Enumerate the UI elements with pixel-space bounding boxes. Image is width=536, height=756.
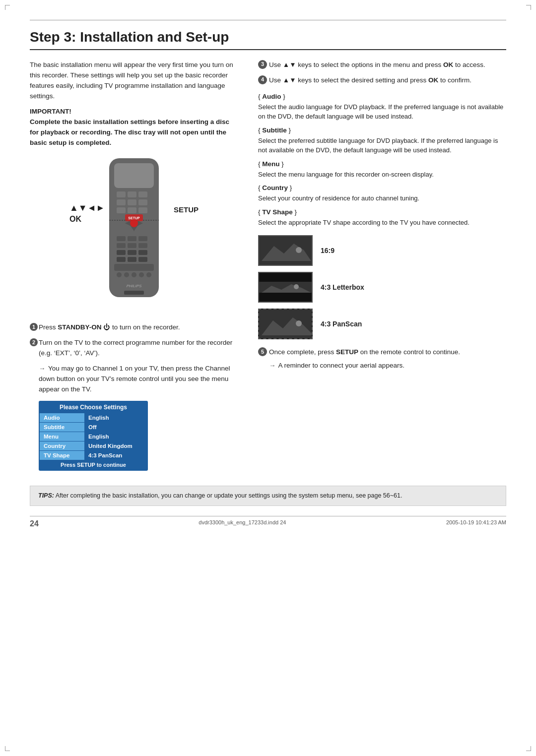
step-3-num: 3 (258, 60, 267, 69)
settings-box: Please Choose Settings Audio English Sub… (39, 401, 148, 471)
tv-shapes: 16:9 4: (258, 235, 506, 339)
svg-text:PHILIPS: PHILIPS (127, 284, 142, 288)
section-heading-menu: { Menu } (258, 160, 506, 168)
corner-bl (5, 746, 10, 751)
top-border (30, 20, 506, 20)
settings-key-country: Country (40, 441, 84, 450)
svg-rect-2 (117, 191, 126, 197)
settings-val-tvshape: 4:3 PanScan (84, 451, 147, 460)
footer-left: dvdr3300h_uk_eng_17233d.indd 24 (199, 519, 286, 528)
content-columns: The basic installation menu will appear … (30, 60, 506, 471)
tv-label-letterbox: 4:3 Letterbox (321, 283, 364, 291)
svg-rect-26 (128, 250, 136, 255)
section-text-menu: Select the menu language for this record… (258, 170, 506, 180)
svg-rect-9 (128, 207, 136, 213)
svg-rect-21 (138, 236, 147, 241)
section-text-subtitle: Select the preferred subtitle language f… (258, 136, 506, 155)
svg-rect-24 (138, 243, 147, 248)
settings-key-tvshape: TV Shape (40, 451, 84, 460)
corner-tl (5, 5, 10, 10)
settings-row-subtitle: Subtitle Off (40, 422, 147, 432)
svg-rect-3 (128, 191, 136, 197)
tv-thumb-panscan (258, 309, 313, 339)
svg-rect-22 (117, 243, 126, 248)
settings-key-audio: Audio (40, 413, 84, 422)
svg-rect-1 (114, 163, 154, 188)
left-column: The basic installation menu will appear … (30, 60, 238, 471)
settings-row-tvshape: TV Shape 4:3 PanScan (40, 450, 147, 460)
svg-rect-19 (117, 236, 126, 241)
intro-text: The basic installation menu will appear … (30, 60, 238, 102)
svg-rect-27 (138, 250, 147, 255)
right-column: 3 Use ▲▼ keys to select the options in t… (258, 60, 506, 471)
step-1: 1 Press STANDBY-ON ⏻ to turn on the reco… (30, 322, 238, 333)
step-3: 3 Use ▲▼ keys to select the options in t… (258, 60, 506, 70)
tv-label-panscan: 4:3 PanScan (321, 320, 362, 328)
section-text-country: Select your country of residence for aut… (258, 193, 506, 203)
setup-label: SETUP (174, 205, 199, 214)
section-heading-tvshape: { TV Shape } (258, 208, 506, 216)
settings-val-country: United Kingdom (84, 441, 147, 450)
section-text-tvshape: Select the appropriate TV shape accordin… (258, 218, 506, 228)
corner-tr (526, 5, 531, 10)
svg-rect-41 (259, 236, 313, 266)
settings-val-menu: English (84, 432, 147, 441)
svg-rect-28 (117, 257, 126, 262)
step-4-num: 4 (258, 75, 267, 84)
step-5-arrow: → A reminder to connect your aerial appe… (258, 361, 506, 371)
tips-text: After completing the basic installation,… (56, 492, 402, 499)
svg-rect-38 (124, 291, 144, 295)
section-text-audio: Select the audio language for DVD playba… (258, 102, 506, 122)
svg-rect-25 (117, 250, 126, 255)
tips-box: TIPS: After completing the basic install… (30, 486, 506, 506)
settings-val-subtitle: Off (84, 423, 147, 432)
svg-point-35 (139, 272, 144, 277)
section-heading-country: { Country } (258, 184, 506, 191)
step-2-arrow: → You may go to Channel 1 on your TV, th… (30, 364, 238, 395)
svg-rect-4 (138, 191, 147, 197)
tv-shape-panscan: 4:3 PanScan (258, 309, 506, 339)
svg-rect-20 (128, 236, 136, 241)
important-text: Complete the basic installation settings… (30, 117, 238, 148)
step-4: 4 Use ▲▼ keys to select the desired sett… (258, 75, 506, 86)
svg-point-46 (294, 284, 299, 289)
step-1-num: 1 (30, 323, 38, 331)
settings-footer: Press SETUP to continue (40, 460, 147, 470)
tips-label: TIPS: (38, 492, 54, 499)
section-heading-subtitle: { Subtitle } (258, 126, 506, 134)
settings-key-menu: Menu (40, 432, 84, 441)
svg-rect-29 (128, 257, 136, 262)
step-5: 5 Once complete, press SETUP on the remo… (258, 347, 506, 358)
settings-row-audio: Audio English (40, 413, 147, 422)
page-footer: 24 dvdr3300h_uk_eng_17233d.indd 24 2005-… (30, 516, 506, 528)
svg-rect-8 (117, 207, 126, 213)
tv-thumb-169 (258, 235, 313, 266)
footer-right: 2005-10-19 10:41:23 AM (446, 519, 506, 528)
step-5-num: 5 (258, 347, 267, 356)
svg-rect-31 (114, 264, 154, 271)
svg-point-49 (296, 320, 302, 326)
svg-rect-6 (128, 199, 136, 205)
svg-rect-30 (138, 257, 147, 262)
page-container: Step 3: Installation and Set-up The basi… (0, 0, 536, 756)
svg-rect-10 (138, 207, 147, 213)
corner-br (526, 746, 531, 751)
svg-rect-5 (117, 199, 126, 205)
tv-thumb-letterbox (258, 272, 313, 303)
settings-header: Please Choose Settings (40, 402, 147, 413)
important-label: IMPORTANT! (30, 108, 238, 115)
svg-text:SETUP: SETUP (128, 216, 140, 220)
svg-rect-23 (128, 243, 136, 248)
svg-point-36 (146, 272, 151, 277)
svg-rect-7 (138, 199, 147, 205)
svg-point-32 (117, 272, 122, 277)
page-number: 24 (30, 519, 39, 528)
settings-row-country: Country United Kingdom (40, 441, 147, 450)
page-title: Step 3: Installation and Set-up (30, 29, 506, 50)
tv-shape-169: 16:9 (258, 235, 506, 266)
settings-val-audio: English (84, 413, 147, 422)
settings-key-subtitle: Subtitle (40, 423, 84, 432)
tv-shape-letterbox: 4:3 Letterbox (258, 272, 506, 303)
remote-svg: SETUP (99, 156, 169, 305)
svg-point-34 (132, 272, 136, 277)
